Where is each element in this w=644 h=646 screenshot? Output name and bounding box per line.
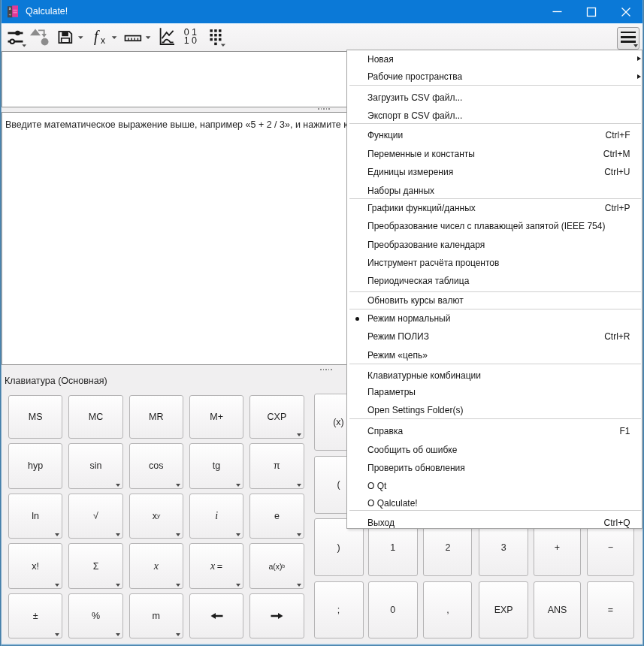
svg-text:÷: ÷ — [9, 12, 11, 17]
